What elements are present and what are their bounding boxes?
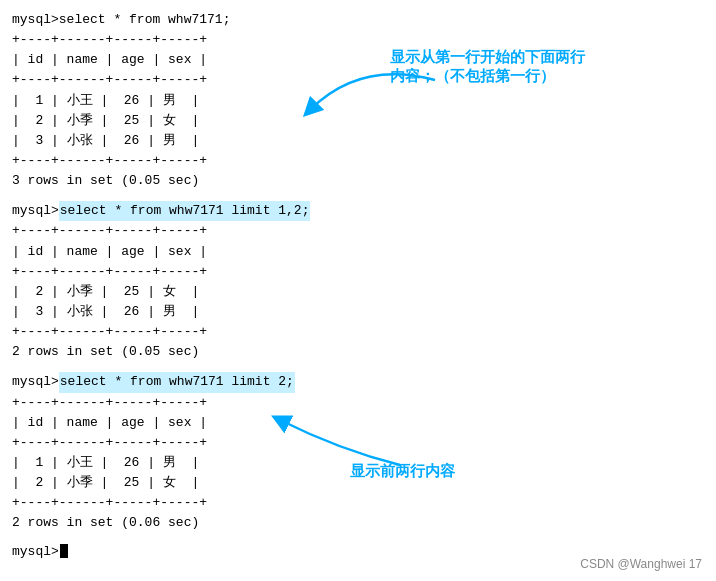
cmd-2: select * from whw7171 limit 1,2;: [59, 201, 311, 221]
cmd-3: select * from whw7171 limit 2;: [59, 372, 295, 392]
table-1-row-3: | 1 | 小王 | 26 | 男 |: [12, 91, 704, 111]
table-1-row-0: +----+------+-----+-----+: [12, 30, 704, 50]
table-1-row-6: +----+------+-----+-----+: [12, 151, 704, 171]
table-3-row-5: +----+------+-----+-----+: [12, 493, 704, 513]
block1: mysql> select * from whw7171; +----+----…: [12, 10, 704, 191]
table-2-row-4: | 3 | 小张 | 26 | 男 |: [12, 302, 704, 322]
cmd-line-3: mysql> select * from whw7171 limit 2;: [12, 372, 704, 392]
annotation-1-line1: 显示从第一行开始的下面两行: [390, 48, 585, 67]
table-2-row-2: +----+------+-----+-----+: [12, 262, 704, 282]
table-3-row-1: | id | name | age | sex |: [12, 413, 704, 433]
table-2-row-5: +----+------+-----+-----+: [12, 322, 704, 342]
cmd-line-1: mysql> select * from whw7171;: [12, 10, 704, 30]
result-3: 2 rows in set (0.06 sec): [12, 513, 704, 533]
cmd-line-2: mysql> select * from whw7171 limit 1,2;: [12, 201, 704, 221]
prompt-2: mysql>: [12, 201, 59, 221]
table-2-row-3: | 2 | 小季 | 25 | 女 |: [12, 282, 704, 302]
block3: mysql> select * from whw7171 limit 2; +-…: [12, 372, 704, 533]
annotation-2-line1: 显示前两行内容: [350, 462, 455, 481]
cursor-prompt: mysql>: [12, 544, 59, 559]
cursor-block: [60, 544, 68, 558]
annotation-2: 显示前两行内容: [350, 462, 455, 481]
annotation-1-line2: 内容；（不包括第一行）: [390, 67, 585, 86]
prompt-3: mysql>: [12, 372, 59, 392]
annotation-1: 显示从第一行开始的下面两行 内容；（不包括第一行）: [390, 48, 585, 86]
footer-text: CSDN @Wanghwei 17: [580, 557, 702, 571]
table-1-row-1: | id | name | age | sex |: [12, 50, 704, 70]
result-2: 2 rows in set (0.05 sec): [12, 342, 704, 362]
table-2-row-0: +----+------+-----+-----+: [12, 221, 704, 241]
table-3-row-2: +----+------+-----+-----+: [12, 433, 704, 453]
table-2-row-1: | id | name | age | sex |: [12, 242, 704, 262]
table-1-row-2: +----+------+-----+-----+: [12, 70, 704, 90]
table-3-row-0: +----+------+-----+-----+: [12, 393, 704, 413]
table-1-row-5: | 3 | 小张 | 26 | 男 |: [12, 131, 704, 151]
prompt-1: mysql>: [12, 10, 59, 30]
result-1: 3 rows in set (0.05 sec): [12, 171, 704, 191]
table-1-row-4: | 2 | 小季 | 25 | 女 |: [12, 111, 704, 131]
block2: mysql> select * from whw7171 limit 1,2; …: [12, 201, 704, 362]
cmd-1: select * from whw7171;: [59, 10, 231, 30]
